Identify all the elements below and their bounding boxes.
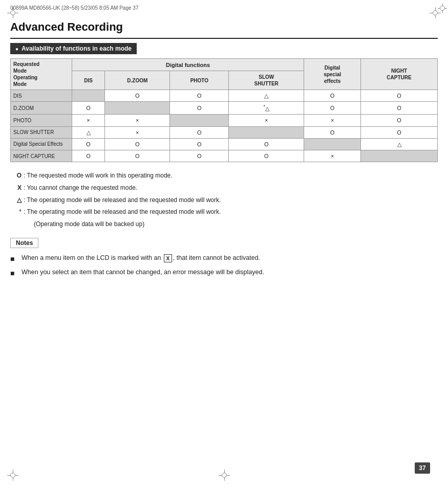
reg-mark-bc [219, 470, 230, 481]
row-photo-label: PHOTO [11, 115, 72, 126]
row-slow-label: SLOW SHUTTER [11, 126, 72, 138]
reg-mark-bl [7, 470, 18, 481]
page-title: Advanced Recording [10, 20, 438, 39]
note-bullet-2: ■ [10, 268, 19, 279]
table-row: Digital Special Effects O O O O △ [11, 138, 438, 150]
row-dzoom-special: O [304, 102, 361, 115]
table-header-digital: Digital functions [72, 59, 304, 71]
row-dzoom-dis: O [72, 102, 105, 115]
table-header-special: Digitalspecialeffects [304, 59, 361, 90]
row-photo-dzoom: × [105, 115, 170, 126]
note-text-1: When a menu item on the LCD is marked wi… [22, 253, 438, 263]
row-slow-night: O [361, 126, 438, 138]
row-photo-photo [170, 115, 229, 126]
legend-item-o: O : The requested mode will work in this… [10, 170, 438, 182]
row-slow-special: O [304, 126, 361, 138]
legend-text-star: : The operating mode will be released an… [24, 207, 438, 218]
legend-text-x: : You cannot change the requested mode. [24, 183, 438, 194]
legend-section: O : The requested mode will work in this… [10, 170, 438, 230]
legend-item-x: X : You cannot change the requested mode… [10, 183, 438, 194]
row-night-dis: O [72, 150, 105, 162]
col-dis: DIS [72, 71, 105, 90]
row-slow-dis: △ [72, 126, 105, 138]
row-slow-slow [229, 126, 304, 138]
row-dis-photo: O [170, 90, 229, 102]
col-dzoom: D.ZOOM [105, 71, 170, 90]
col-slow: SLOWSHUTTER [229, 71, 304, 90]
row-special-label: Digital Special Effects [11, 138, 72, 150]
row-night-night [361, 150, 438, 162]
row-night-slow: O [229, 150, 304, 162]
print-info: 00899A MD80566-UK (28~58) 5/23/05 8:05 A… [10, 5, 138, 11]
table-row: D.ZOOM O O *△ O O [11, 102, 438, 115]
section-header: Availability of functions in each mode [10, 43, 137, 54]
legend-item-star: * : The operating mode will be released … [10, 207, 438, 218]
note-text-2: When you select an item that cannot be c… [22, 268, 438, 277]
row-night-special: × [304, 150, 361, 162]
row-slow-dzoom: × [105, 126, 170, 138]
legend-item-star2: (Operating mode data will be backed up) [10, 219, 438, 230]
legend-symbol-x: X [10, 183, 22, 194]
row-dis-dis [72, 90, 105, 102]
note-bullet-1: ■ [10, 254, 19, 264]
print-header: 00899A MD80566-UK (28~58) 5/23/05 8:05 A… [10, 5, 438, 11]
legend-text-tri: : The operating mode will be released an… [24, 195, 438, 206]
row-slow-photo: O [170, 126, 229, 138]
row-special-special [304, 138, 361, 150]
row-dis-dzoom: O [105, 90, 170, 102]
row-special-photo: O [170, 138, 229, 150]
notes-label: Notes [10, 238, 38, 248]
table-header-mode: RequestedMode OperatingMode [11, 59, 72, 90]
main-content: Advanced Recording Availability of funct… [0, 20, 448, 279]
row-dzoom-label: D.ZOOM [11, 102, 72, 115]
table-header-night: NIGHTCAPTURE [361, 59, 438, 90]
row-dis-label: DIS [11, 90, 72, 102]
legend-symbol-star: * [10, 207, 22, 218]
row-night-dzoom: O [105, 150, 170, 162]
function-table: RequestedMode OperatingMode Digital func… [10, 58, 438, 162]
reg-mark-header [438, 4, 447, 13]
row-photo-dis: × [72, 115, 105, 126]
row-special-dis: O [72, 138, 105, 150]
row-night-photo: O [170, 150, 229, 162]
table-row: PHOTO × × × × O [11, 115, 438, 126]
row-dis-special: O [304, 90, 361, 102]
note-x-symbol: X [164, 254, 172, 262]
row-dzoom-photo: O [170, 102, 229, 115]
legend-symbol-tri: △ [10, 195, 22, 206]
legend-item-tri: △ : The operating mode will be released … [10, 195, 438, 206]
legend-symbol-o: O [10, 170, 22, 182]
row-photo-special: × [304, 115, 361, 126]
row-dis-slow: △ [229, 90, 304, 102]
row-dis-night: O [361, 90, 438, 102]
note-item-2: ■ When you select an item that cannot be… [10, 268, 438, 279]
row-night-label: NIGHT CAPTURE [11, 150, 72, 162]
notes-section: Notes ■ When a menu item on the LCD is m… [10, 238, 438, 279]
row-special-slow: O [229, 138, 304, 150]
table-row: SLOW SHUTTER △ × O O O [11, 126, 438, 138]
page-number: 37 [415, 462, 430, 474]
row-special-dzoom: O [105, 138, 170, 150]
table-row: NIGHT CAPTURE O O O O × [11, 150, 438, 162]
col-photo: PHOTO [170, 71, 229, 90]
table-row: DIS O O △ O O [11, 90, 438, 102]
row-special-night: △ [361, 138, 438, 150]
row-dzoom-night: O [361, 102, 438, 115]
note-item-1: ■ When a menu item on the LCD is marked … [10, 253, 438, 264]
row-photo-slow: × [229, 115, 304, 126]
legend-text-o: : The requested mode will work in this o… [24, 170, 438, 182]
legend-text-star2: (Operating mode data will be backed up) [24, 219, 438, 230]
row-dzoom-slow: *△ [229, 102, 304, 115]
row-photo-night: O [361, 115, 438, 126]
row-dzoom-dzoom [105, 102, 170, 115]
